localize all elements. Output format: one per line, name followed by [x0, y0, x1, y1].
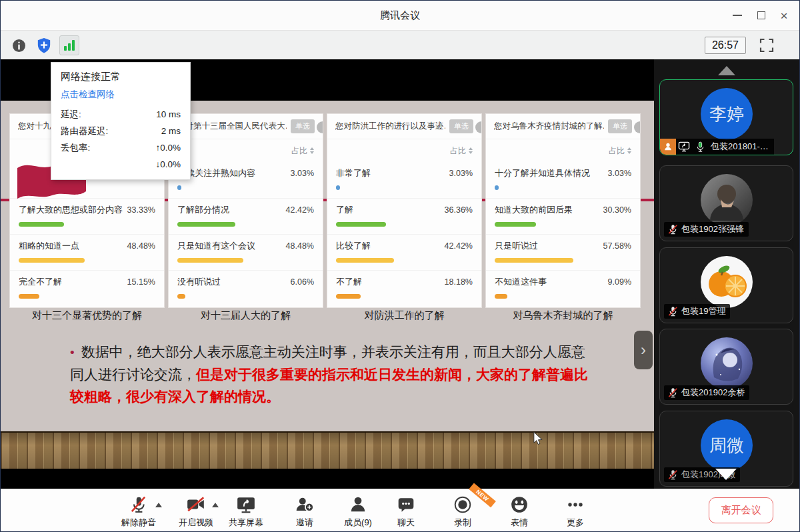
option-percent: 57.58%	[603, 241, 631, 251]
option-bar	[495, 258, 573, 263]
option-percent: 48.48%	[286, 241, 314, 251]
option-percent: 42.42%	[286, 205, 314, 215]
option-label: 只是知道有这个会议	[177, 240, 255, 252]
mouse-cursor	[533, 431, 543, 446]
participant-name-strip: 包装201902余桥	[664, 385, 749, 400]
sort-icon[interactable]	[469, 147, 473, 154]
meeting-info-button[interactable]	[9, 35, 29, 55]
latency-label: 延迟:	[61, 106, 81, 123]
option-label: 完全不了解	[19, 276, 62, 288]
single-choice-badge: 单选	[449, 119, 473, 133]
option-label: 非常了解	[336, 167, 371, 179]
option-percent: 3.03%	[608, 169, 631, 178]
scroll-down-arrow-icon[interactable]	[715, 469, 737, 480]
panel-edge-icon	[634, 121, 640, 133]
add-person-icon	[279, 494, 330, 515]
option-bar	[19, 294, 39, 299]
option-label: 了解	[336, 204, 353, 216]
invite-button[interactable]: 邀请	[279, 494, 330, 529]
option-bar	[19, 222, 64, 227]
video-options-caret[interactable]	[212, 503, 219, 507]
mic-muted-icon	[667, 221, 679, 237]
router-latency-row: 路由器延迟: 2 ms	[61, 123, 181, 139]
meeting-timer: 26:57	[705, 37, 746, 54]
sort-header[interactable]: 占比	[291, 145, 307, 157]
mic-options-caret[interactable]	[155, 503, 162, 507]
survey-row: 非常了解3.03%	[327, 162, 481, 198]
info-icon	[12, 39, 26, 53]
check-network-link[interactable]: 点击检查网络	[61, 87, 181, 106]
option-label: 只是听说过	[495, 240, 538, 252]
survey-row: 了解36.36%	[327, 198, 481, 234]
chart-caption-1: 对十三个显著优势的了解	[10, 309, 164, 322]
survey-row: 知道大致的前因后果30.30%	[486, 198, 640, 234]
sort-icon[interactable]	[310, 147, 314, 154]
packet-loss-down-value: ↓0.0%	[155, 156, 181, 173]
screen-sharing-icon	[676, 139, 692, 155]
network-status-tooltip: 网络连接正常 点击检查网络 延迟: 10 ms 路由器延迟: 2 ms 丢包率:…	[51, 62, 191, 180]
more-button[interactable]: 更多	[550, 494, 601, 529]
next-slide-button[interactable]: ›	[634, 331, 653, 369]
minimize-icon	[733, 15, 742, 16]
option-bar	[336, 294, 361, 299]
survey-panel-2-title: 您对第十三届全国人民代表大…	[177, 121, 287, 132]
participant-tile-4[interactable]: 包装201902余桥	[659, 329, 793, 405]
minimize-button[interactable]	[726, 1, 749, 30]
security-shield-button[interactable]	[34, 35, 54, 55]
option-bar	[177, 258, 243, 263]
mic-muted-icon	[667, 385, 679, 401]
participant-tile-1[interactable]: 李婷 包装201801-…	[659, 79, 793, 155]
start-video-button[interactable]: 开启视频	[171, 494, 221, 529]
participant-name: 包装19管理	[681, 305, 725, 317]
option-label: 了解大致的思想或部分内容	[19, 204, 123, 216]
close-icon: ×	[780, 9, 787, 22]
option-percent: 15.15%	[127, 277, 155, 287]
participant-tile-3[interactable]: 包装19管理	[659, 247, 793, 323]
sort-header[interactable]: 占比	[609, 145, 625, 157]
members-button[interactable]: 成员(9)	[333, 494, 383, 529]
title-bar: 腾讯会议 ×	[1, 1, 799, 30]
share-screen-button[interactable]: 共享屏幕	[221, 494, 271, 529]
option-bar	[336, 222, 386, 227]
option-percent: 42.42%	[445, 241, 473, 251]
signal-bars-icon	[64, 40, 75, 51]
option-label: 不知道这件事	[495, 276, 547, 288]
option-percent: 18.18%	[445, 277, 473, 287]
record-button[interactable]: 录制 NEW	[437, 494, 488, 529]
avatar: 李婷	[701, 88, 753, 140]
packet-loss-row: 丢包率: ↑0.0%	[61, 139, 181, 156]
option-bar	[495, 185, 499, 190]
option-label: 没有听说过	[177, 276, 221, 288]
maximize-button[interactable]	[750, 1, 773, 30]
network-status-title: 网络连接正常	[61, 69, 181, 87]
sort-header[interactable]: 占比	[450, 145, 466, 157]
participant-name: 包装201902余桥	[681, 387, 745, 399]
leave-meeting-button[interactable]: 离开会议	[709, 497, 773, 523]
avatar-photo	[701, 337, 753, 389]
avatar: 周微	[701, 419, 753, 471]
tencent-meeting-window: 腾讯会议 × 26:57	[0, 0, 800, 532]
smiley-icon	[494, 494, 545, 515]
survey-panel-3-title: 您对防洪工作的进行以及事迹…	[335, 121, 445, 132]
chart-caption-2: 对十三届人大的了解	[169, 309, 323, 322]
option-percent: 6.06%	[291, 277, 314, 287]
option-percent: 3.03%	[449, 169, 473, 178]
close-button[interactable]: ×	[773, 1, 795, 30]
participant-tile-2[interactable]: 包装1902张强锋	[659, 165, 793, 241]
sort-icon[interactable]	[627, 147, 631, 154]
avatar-photo	[701, 174, 753, 226]
emoji-button[interactable]: 表情	[494, 494, 545, 529]
survey-row: 不了解18.18%	[327, 270, 481, 306]
option-bar	[177, 294, 185, 299]
option-label: 粗略的知道一点	[19, 240, 79, 252]
single-choice-badge: 单选	[291, 119, 315, 133]
unmute-button[interactable]: 解除静音	[113, 494, 164, 529]
fullscreen-button[interactable]	[757, 35, 777, 55]
survey-row: 十分了解并知道具体情况3.03%	[486, 162, 640, 198]
survey-row: 只是听说过57.58%	[486, 234, 640, 270]
network-signal-button[interactable]	[59, 35, 79, 55]
option-percent: 48.48%	[127, 241, 155, 251]
chat-button[interactable]: 聊天	[381, 494, 431, 529]
scroll-up-arrow-icon[interactable]	[718, 66, 735, 75]
panel-edge-icon	[317, 121, 323, 133]
